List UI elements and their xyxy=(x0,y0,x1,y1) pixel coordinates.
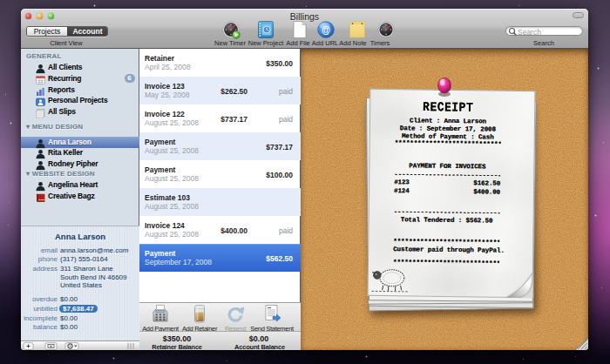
svg-text:@: @ xyxy=(322,24,330,35)
